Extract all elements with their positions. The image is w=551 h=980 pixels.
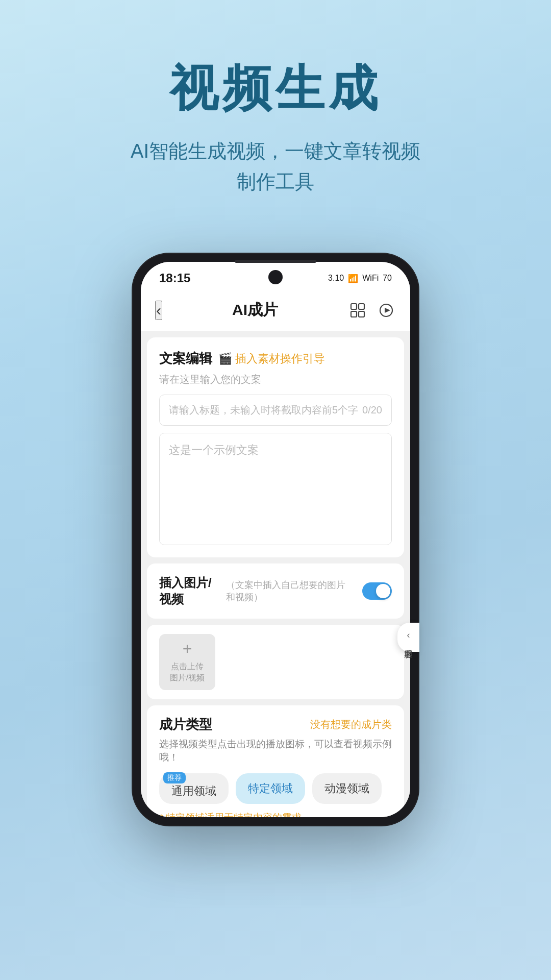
title-placeholder: 请输入标题，未输入时将截取内容前5个字 bbox=[169, 403, 358, 417]
svg-rect-3 bbox=[359, 311, 364, 317]
signal-icon: 📶 bbox=[348, 274, 358, 283]
recommended-badge: 推荐 bbox=[163, 772, 186, 783]
special-note: * 特定领域适用于特定内容的需求 bbox=[159, 811, 392, 817]
phone-screen: 18:15 3.10 📶 WiFi 70 ‹ AI成片 bbox=[141, 262, 410, 817]
output-type-section: 成片类型 没有想要的成片类 选择视频类型点击出现的播放图标，可以查看视频示例哦！… bbox=[147, 705, 404, 817]
app-content[interactable]: 文案编辑 🎬 插入素材操作引导 请在这里输入您的文案 请输入标题，未输入时将截取… bbox=[141, 331, 410, 817]
plus-icon: + bbox=[183, 641, 192, 657]
guide-text: 插入素材操作引导 bbox=[235, 351, 325, 366]
category-tabs: 推荐 通用领域 特定领域 动漫领域 bbox=[159, 773, 392, 804]
copy-section-label: 文案编辑 bbox=[159, 350, 212, 368]
template-icon[interactable] bbox=[348, 301, 367, 320]
svg-rect-0 bbox=[351, 304, 357, 309]
upload-section: + 点击上传 图片/视频 bbox=[147, 625, 404, 699]
status-icons: 3.10 📶 WiFi 70 bbox=[328, 274, 392, 283]
camera-notch bbox=[268, 270, 283, 284]
svg-rect-1 bbox=[359, 304, 364, 309]
hero-title: 视频生成 bbox=[20, 61, 531, 115]
tab-general[interactable]: 推荐 通用领域 bbox=[159, 773, 229, 804]
hero-subtitle: AI智能生成视频，一键文章转视频 制作工具 bbox=[20, 136, 531, 198]
content-input[interactable]: 这是一个示例文案 bbox=[159, 433, 392, 545]
media-toggle[interactable] bbox=[362, 582, 392, 600]
copy-edit-card: 文案编辑 🎬 插入素材操作引导 请在这里输入您的文案 请输入标题，未输入时将截取… bbox=[147, 337, 404, 557]
tab-anime[interactable]: 动漫领域 bbox=[312, 773, 382, 804]
insert-guide-button[interactable]: 🎬 插入素材操作引导 bbox=[218, 351, 325, 366]
output-header: 成片类型 没有想要的成片类 bbox=[159, 716, 392, 733]
media-insert-sub: （文案中插入自己想要的图片和视频） bbox=[226, 579, 350, 603]
back-button[interactable]: ‹ bbox=[155, 301, 162, 320]
battery-icon: 70 bbox=[383, 274, 392, 283]
svg-marker-5 bbox=[385, 308, 390, 313]
phone-frame: 18:15 3.10 📶 WiFi 70 ‹ AI成片 bbox=[133, 254, 418, 825]
media-insert-row: 插入图片/视频 （文案中插入自己想要的图片和视频） bbox=[147, 564, 404, 619]
copy-hint: 请在这里输入您的文案 bbox=[159, 373, 392, 386]
header-action-icons bbox=[348, 301, 396, 320]
svg-rect-2 bbox=[351, 311, 357, 317]
content-placeholder: 这是一个示例文案 bbox=[169, 444, 259, 456]
customer-service-label: 客服 bbox=[403, 643, 410, 645]
guide-icon: 🎬 bbox=[218, 352, 232, 365]
network-icon: 3.10 bbox=[328, 274, 344, 283]
chevron-left-icon: ‹ bbox=[407, 630, 410, 641]
phone-mockup: 18:15 3.10 📶 WiFi 70 ‹ AI成片 bbox=[0, 254, 551, 825]
section-header: 文案编辑 🎬 插入素材操作引导 bbox=[159, 350, 392, 368]
hero-section: 视频生成 AI智能生成视频，一键文章转视频 制作工具 bbox=[0, 0, 551, 228]
media-insert-label: 插入图片/视频 bbox=[159, 575, 220, 607]
upload-button[interactable]: + 点击上传 图片/视频 bbox=[159, 634, 215, 690]
play-icon[interactable] bbox=[377, 301, 396, 320]
output-desc: 选择视频类型点击出现的播放图标，可以查看视频示例哦！ bbox=[159, 738, 392, 764]
title-count: 0/20 bbox=[362, 404, 382, 416]
tab-specific[interactable]: 特定领域 bbox=[236, 773, 305, 804]
status-bar: 18:15 3.10 📶 WiFi 70 bbox=[141, 262, 410, 291]
app-header: ‹ AI成片 bbox=[141, 291, 410, 331]
status-time: 18:15 bbox=[159, 271, 190, 285]
output-more-link[interactable]: 没有想要的成片类 bbox=[310, 718, 392, 731]
app-title: AI成片 bbox=[232, 300, 278, 321]
output-title: 成片类型 bbox=[159, 716, 212, 733]
upload-label: 点击上传 图片/视频 bbox=[170, 661, 205, 684]
title-input[interactable]: 请输入标题，未输入时将截取内容前5个字 0/20 bbox=[159, 395, 392, 426]
wifi-icon: WiFi bbox=[362, 274, 379, 283]
